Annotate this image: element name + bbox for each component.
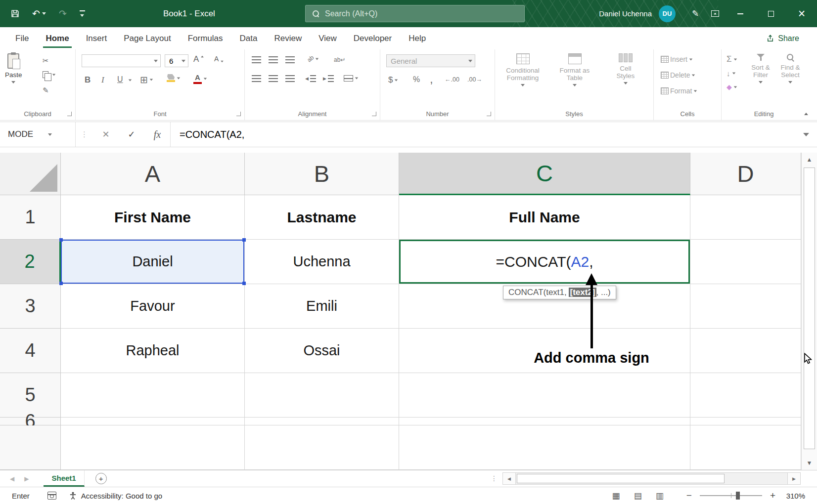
align-center-button[interactable] bbox=[269, 75, 278, 82]
normal-view-icon[interactable]: ▦ bbox=[612, 491, 620, 501]
cell-d3[interactable] bbox=[690, 284, 801, 329]
search-input[interactable]: Search (Alt+Q) bbox=[305, 5, 525, 22]
align-right-button[interactable] bbox=[285, 75, 295, 82]
find-select-button[interactable]: Find & Select bbox=[777, 53, 804, 84]
cell-b5[interactable] bbox=[245, 373, 399, 418]
cell-d2[interactable] bbox=[690, 240, 801, 284]
next-sheet-icon[interactable]: ▶ bbox=[24, 475, 29, 482]
decrease-decimal-button[interactable]: .00→ bbox=[467, 76, 482, 83]
clipboard-dialog-launcher[interactable] bbox=[67, 112, 72, 116]
comma-style-button[interactable]: , bbox=[430, 72, 433, 86]
cell-a1[interactable]: First Name bbox=[61, 195, 245, 240]
number-dialog-launcher[interactable] bbox=[487, 112, 491, 116]
copy-button[interactable] bbox=[43, 71, 56, 78]
clear-button[interactable]: ◆ bbox=[726, 83, 737, 91]
increase-decimal-button[interactable]: ←.00 bbox=[445, 76, 459, 83]
user-name[interactable]: Daniel Uchenna bbox=[599, 9, 652, 18]
cell-c5[interactable] bbox=[399, 373, 690, 418]
tab-formulas[interactable]: Formulas bbox=[180, 27, 231, 49]
row-header-7-partial[interactable] bbox=[0, 425, 61, 470]
middle-align-button[interactable] bbox=[269, 56, 278, 63]
format-painter-button[interactable]: ✎ bbox=[43, 86, 49, 95]
format-as-table-button[interactable]: Format as Table bbox=[550, 53, 599, 86]
column-header-b[interactable]: B bbox=[245, 153, 399, 195]
undo-button[interactable]: ↶ bbox=[32, 8, 46, 19]
page-break-view-icon[interactable]: ▥ bbox=[656, 491, 664, 501]
fill-button[interactable]: ↓ bbox=[726, 69, 736, 78]
shrink-font-button[interactable]: A bbox=[214, 55, 224, 63]
cell-c6[interactable] bbox=[399, 418, 690, 425]
cell-b6[interactable] bbox=[245, 418, 399, 425]
tab-home[interactable]: Home bbox=[37, 27, 77, 49]
vertical-scrollbar-thumb[interactable] bbox=[804, 168, 815, 449]
tab-insert[interactable]: Insert bbox=[78, 27, 116, 49]
row-header-2[interactable]: 2 bbox=[0, 240, 61, 284]
cell-a4[interactable]: Rapheal bbox=[61, 329, 245, 373]
row-header-3[interactable]: 3 bbox=[0, 284, 61, 329]
cell-b7[interactable] bbox=[245, 425, 399, 470]
alignment-dialog-launcher[interactable] bbox=[372, 112, 376, 116]
scroll-right-icon[interactable]: ▶ bbox=[787, 472, 801, 485]
scroll-down-icon[interactable]: ▼ bbox=[802, 460, 817, 466]
tab-splitter-grip-icon[interactable]: ⋮ bbox=[491, 474, 498, 482]
cell-c1[interactable]: Full Name bbox=[399, 195, 690, 240]
increase-indent-button[interactable]: ▶ bbox=[323, 75, 334, 82]
horizontal-scrollbar-thumb[interactable] bbox=[517, 474, 725, 483]
minimize-button[interactable] bbox=[725, 0, 756, 27]
number-format-combo[interactable]: General bbox=[386, 54, 475, 67]
format-cells-button[interactable]: Format bbox=[661, 87, 697, 95]
cell-b3[interactable]: Emili bbox=[245, 284, 399, 329]
sort-filter-button[interactable]: Sort & Filter bbox=[746, 53, 775, 84]
cell-d1[interactable] bbox=[690, 195, 801, 240]
formula-input[interactable]: =CONCAT(A2, bbox=[180, 129, 244, 140]
fill-color-button[interactable] bbox=[167, 74, 181, 82]
cell-d6[interactable] bbox=[690, 418, 801, 425]
wrap-text-button[interactable]: ab↵ bbox=[334, 56, 345, 63]
font-color-button[interactable]: A bbox=[193, 73, 207, 84]
tab-data[interactable]: Data bbox=[231, 27, 266, 49]
row-header-4[interactable]: 4 bbox=[0, 329, 61, 373]
decrease-indent-button[interactable]: ◀ bbox=[305, 75, 316, 82]
horizontal-scrollbar[interactable]: ◀ ▶ bbox=[502, 472, 801, 485]
avatar[interactable]: DU bbox=[659, 5, 676, 22]
name-box[interactable]: MODE bbox=[0, 122, 75, 147]
cell-c7[interactable] bbox=[399, 425, 690, 470]
ribbon-display-options-icon[interactable] bbox=[705, 0, 725, 27]
expand-formula-bar-icon[interactable] bbox=[803, 133, 809, 136]
cell-a2[interactable]: Daniel bbox=[61, 240, 245, 284]
enter-button[interactable]: ✓ bbox=[119, 122, 144, 147]
zoom-out-button[interactable]: − bbox=[686, 490, 692, 501]
zoom-level[interactable]: 310% bbox=[783, 492, 805, 500]
tab-file[interactable]: File bbox=[7, 27, 37, 49]
vertical-scrollbar[interactable]: ▲ ▼ bbox=[801, 153, 817, 470]
cell-b4[interactable]: Ossai bbox=[245, 329, 399, 373]
font-name-combo[interactable] bbox=[82, 54, 161, 67]
insert-function-button[interactable]: fx bbox=[144, 122, 170, 147]
horizontal-scrollbar-track[interactable] bbox=[516, 472, 787, 485]
orientation-button[interactable]: ab bbox=[307, 55, 319, 62]
column-header-d[interactable]: D bbox=[690, 153, 801, 195]
cell-d4[interactable] bbox=[690, 329, 801, 373]
bottom-align-button[interactable] bbox=[285, 56, 295, 63]
cell-a7[interactable] bbox=[61, 425, 245, 470]
font-dialog-launcher[interactable] bbox=[236, 112, 241, 116]
align-left-button[interactable] bbox=[252, 75, 261, 82]
previous-sheet-icon[interactable]: ◀ bbox=[10, 475, 14, 482]
merge-center-button[interactable] bbox=[344, 75, 359, 82]
font-size-combo[interactable]: 6 bbox=[165, 54, 188, 67]
tab-review[interactable]: Review bbox=[266, 27, 310, 49]
scroll-left-icon[interactable]: ◀ bbox=[502, 472, 516, 485]
grow-font-button[interactable]: A bbox=[193, 55, 204, 63]
tab-view[interactable]: View bbox=[310, 27, 345, 49]
column-header-a[interactable]: A bbox=[61, 153, 245, 195]
tab-page-layout[interactable]: Page Layout bbox=[115, 27, 179, 49]
cell-d7[interactable] bbox=[690, 425, 801, 470]
italic-button[interactable]: I bbox=[101, 75, 104, 85]
close-button[interactable]: × bbox=[786, 0, 817, 27]
percent-style-button[interactable]: % bbox=[413, 75, 420, 84]
ink-pen-icon[interactable]: ✎ bbox=[685, 0, 705, 27]
cell-a5[interactable] bbox=[61, 373, 245, 418]
zoom-slider[interactable] bbox=[700, 495, 762, 496]
redo-button[interactable]: ↷ bbox=[59, 8, 67, 19]
new-sheet-button[interactable]: + bbox=[95, 473, 107, 484]
